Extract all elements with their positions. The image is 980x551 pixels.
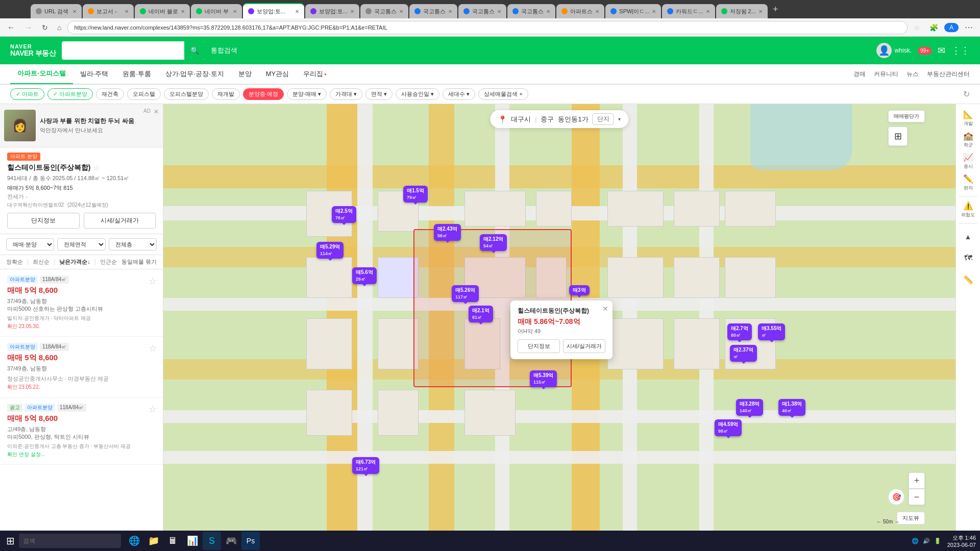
filter-chip-area[interactable]: 면적 ▾ (365, 88, 393, 100)
sidebar-icon-map[interactable]: 🗺 (958, 248, 978, 268)
complex-star-icon[interactable]: ☆ (93, 164, 100, 172)
map-pin-7[interactable]: 매5.26억117㎡ (452, 285, 479, 302)
tab-apt[interactable]: 아파트스 ✕ (556, 4, 604, 18)
filter-chip-apt[interactable]: ✓ 아파트 (10, 88, 44, 100)
nav-item-oneroom[interactable]: 원룸·투룸 (115, 64, 158, 84)
map-pin-11[interactable]: 매3.55억㎡ (758, 323, 785, 340)
map-pin-1[interactable]: 매1.5억79㎡ (403, 186, 428, 203)
start-btn[interactable]: ⊞ (4, 533, 17, 549)
price-per-area-btn[interactable]: 매매평단가 (888, 110, 925, 122)
sidebar-icon-develop[interactable]: 📐 개발 (958, 108, 978, 129)
nav-item-apt[interactable]: 아파트·오피스텔 (10, 64, 73, 84)
nav-item-villa[interactable]: 빌라·주택 (73, 64, 116, 84)
filter-chip-detail[interactable]: 상세매물검색 + (478, 88, 528, 100)
tab-spw[interactable]: SPW|이ㄷ... ✕ (605, 4, 661, 18)
sidebar-icon-convenience[interactable]: ✏️ 편의 (958, 172, 978, 193)
popup-close-btn[interactable]: ✕ (602, 305, 608, 313)
filter-chip-units[interactable]: 세대수 ▾ (443, 88, 475, 100)
taskbar-app-skype[interactable]: S (203, 532, 221, 550)
sort-nearby[interactable]: 인근순 (100, 258, 117, 266)
url-bar[interactable]: https://new.land.naver.com/complexes/143… (67, 21, 908, 34)
tab-boyang-active[interactable]: 보양업:토... ✕ (243, 3, 304, 18)
listing-item[interactable]: 아파트분양 118A/84㎡ 매매 5억 8,600 37/49층, 남동향 창… (0, 337, 163, 397)
filter-chip-officetel[interactable]: 오피스텔 (127, 88, 161, 100)
more-btn[interactable]: ⋯ (962, 21, 976, 33)
back-btn[interactable]: ← (4, 22, 18, 33)
nav-item-commercial[interactable]: 상가·업무·공장·토지 (158, 64, 231, 84)
listing-item[interactable]: 아파트분양 118A/84㎡ 매매 5억 8,600 37/49층, 남동향 마… (0, 269, 163, 337)
map-pin-15[interactable]: 매1.38억46㎡ (778, 399, 805, 416)
map-pin-5[interactable]: 매2.12억54㎡ (480, 234, 507, 251)
tab-kukgo1[interactable]: 국고톰스 ✕ (360, 4, 408, 18)
notification-badge[interactable]: 99+ (918, 47, 932, 55)
filter-chip-price[interactable]: 가격대 ▾ (330, 88, 362, 100)
taskbar-app-calc[interactable]: 🖩 (164, 532, 182, 550)
taskbar-app-edge[interactable]: 🌐 (125, 532, 143, 550)
tab-kukgo4[interactable]: 국고톰스 ✕ (507, 4, 555, 18)
same-listing-toggle[interactable]: 동일매물 묶기 (121, 258, 157, 266)
filter-chip-type[interactable]: 분양·매매 ▾ (287, 88, 327, 100)
bookmark-btn[interactable]: ☆ (911, 22, 923, 33)
popup-info-btn[interactable]: 단지정보 (518, 339, 560, 353)
map-pin-10[interactable]: 매2.7억80㎡ (727, 323, 752, 340)
listing-item[interactable]: 광고 아파트분양 118A/84㎡ 매매 5억 8,600 고/49층, 남동향… (0, 397, 163, 465)
map-type-btn[interactable]: 지도뷰 (897, 512, 925, 524)
sidebar-icon-stock[interactable]: 📈 증시 (958, 151, 978, 171)
popup-price-btn[interactable]: 시세/실거래가 (563, 339, 605, 353)
map-pin-17[interactable]: 매6.73억121㎡ (352, 457, 379, 474)
filter-chip-presale-status[interactable]: 분양중·예정 (243, 88, 284, 100)
new-tab-btn[interactable]: + (769, 2, 782, 17)
search-input[interactable] (62, 47, 184, 55)
floor-filter-select[interactable]: 전체층 (109, 238, 157, 251)
filter-chip-redevelop[interactable]: 재개발 (212, 88, 240, 100)
sidebar-icon-risk[interactable]: ⚠️ 위험도 (958, 199, 978, 220)
complex-info-btn[interactable]: 단지정보 (7, 213, 80, 229)
sidebar-icon-up[interactable]: ▲ (958, 227, 978, 247)
tab-report[interactable]: 보고서 - ✕ (83, 4, 134, 18)
tab-naver-blog[interactable]: 네이버 블로 ✕ (135, 4, 190, 18)
apps-icon[interactable]: ⋮⋮ (951, 45, 970, 56)
sidebar-icon-school[interactable]: 🏫 학군 (958, 130, 978, 150)
tab-naver-realty[interactable]: 네이버 부 ✕ (191, 4, 242, 18)
taskbar-app-excel[interactable]: 📊 (183, 532, 202, 550)
sort-price[interactable]: 낮은가격순↓ (59, 258, 90, 266)
nav-right-auction[interactable]: 경매 (853, 70, 866, 79)
area-filter-select[interactable]: 전체면적 (57, 238, 105, 251)
map-pin-13[interactable]: 매5.39억115㎡ (530, 370, 557, 387)
extension-btn[interactable]: 🧩 (926, 22, 941, 33)
home-btn[interactable]: ⌂ (54, 22, 64, 33)
taskbar-app-explorer[interactable]: 📁 (144, 532, 163, 550)
map-pin-2[interactable]: 매2.5억76㎡ (332, 206, 356, 223)
listing-bookmark-icon[interactable]: ☆ (149, 343, 157, 354)
map-pin-14[interactable]: 매3.28억140㎡ (736, 399, 763, 416)
taskbar-app-photoshop[interactable]: Ps (241, 532, 260, 550)
search-submit-btn[interactable]: 🔍 (184, 41, 205, 60)
map-pin-8[interactable]: 매2.1억81㎡ (469, 306, 493, 322)
refresh-btn[interactable]: ↻ (963, 89, 970, 99)
type-filter-select[interactable]: 매매·분양 (6, 238, 54, 251)
gps-btn[interactable]: 🎯 (888, 489, 904, 505)
ad-close-btn[interactable]: ✕ (154, 108, 159, 115)
complex-price-btn[interactable]: 시세/실거래가 (84, 213, 156, 229)
taskbar-search[interactable] (19, 534, 121, 548)
zoom-out-btn[interactable]: − (909, 489, 925, 505)
map-pin-3[interactable]: 매2.43억56㎡ (434, 224, 461, 241)
nav-right-news[interactable]: 뉴스 (906, 70, 919, 79)
nav-right-center[interactable]: 부동산관리센터 (927, 70, 970, 79)
taskbar-app-game[interactable]: 🎮 (222, 532, 240, 550)
tab-kukgo2[interactable]: 국고톰스 ✕ (409, 4, 457, 18)
nav-item-my[interactable]: MY관심 (259, 64, 297, 84)
nav-item-presale[interactable]: 분양 (231, 64, 259, 84)
map-pin-16[interactable]: 매4.59억98㎡ (715, 419, 742, 436)
tab-boyang2[interactable]: 보양업:토... ✕ (305, 4, 359, 18)
listing-bookmark-icon[interactable]: ☆ (149, 404, 157, 415)
filter-chip-approval[interactable]: 사용승인일 ▾ (396, 88, 439, 100)
nav-item-myhouse[interactable]: 우리집 ● (296, 64, 334, 84)
map-pin-presale[interactable]: 매5.29억114㎡ (316, 242, 344, 259)
tab-saved[interactable]: 저장됨 2... ✕ (716, 4, 768, 18)
filter-chip-rebuild[interactable]: 재건축 (96, 88, 124, 100)
forward-btn[interactable]: → (21, 22, 36, 33)
tab-kukgo3[interactable]: 국고톰스 ✕ (458, 4, 506, 18)
tab-keyword[interactable]: 카워드ㄷ... ✕ (662, 4, 715, 18)
sort-accuracy[interactable]: 정확순 (6, 258, 23, 266)
